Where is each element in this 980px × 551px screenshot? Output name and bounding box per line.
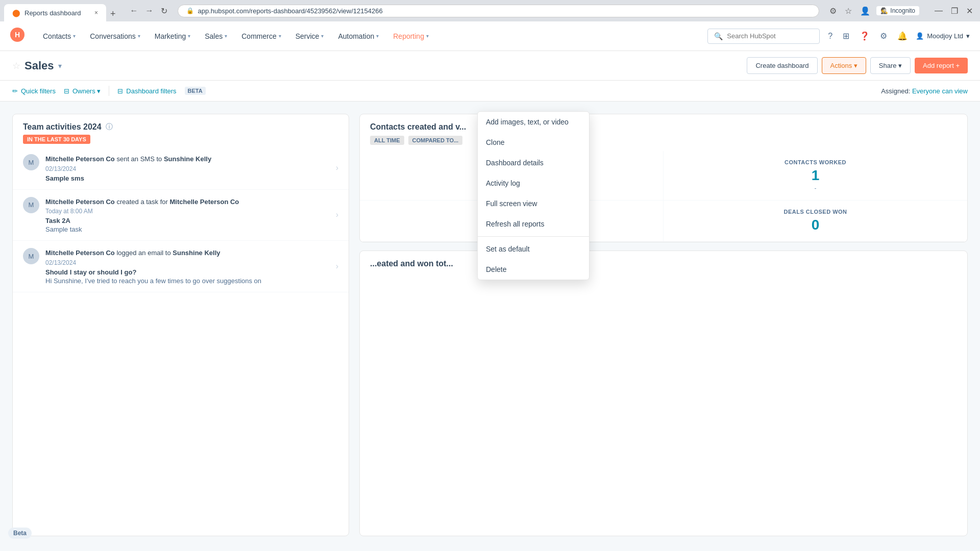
dropdown-item-clone[interactable]: Clone: [478, 132, 589, 153]
time-badge-30-days: IN THE LAST 30 DAYS: [23, 135, 90, 144]
browser-tabs: ⬤ Reports dashboard × +: [4, 0, 120, 21]
stat-value: 0: [674, 217, 957, 233]
nav-conversations-label: Conversations: [90, 32, 136, 40]
close-button[interactable]: ✕: [963, 5, 976, 17]
browser-navigation: ← → ↻: [124, 4, 174, 18]
chevron-down-icon: ▾: [225, 33, 227, 39]
help-button[interactable]: ?: [826, 30, 835, 43]
stat-value: 1: [674, 167, 957, 184]
chevron-down-icon: ▾: [73, 33, 76, 39]
filter-icon: ⊟: [117, 87, 123, 95]
incognito-label: Incognito: [890, 7, 915, 14]
add-report-button[interactable]: Add report +: [915, 58, 968, 73]
dropdown-item-set-default[interactable]: Set as default: [478, 239, 589, 259]
user-menu[interactable]: 👤 Moodjoy Ltd ▾: [916, 32, 970, 40]
page-title-area: ☆ Sales ▾: [12, 59, 62, 72]
activity-person: Mitchelle Peterson Co: [45, 198, 115, 206]
dashboard-filters-button[interactable]: ⊟ Dashboard filters: [117, 87, 176, 95]
actions-button[interactable]: Actions ▾: [822, 57, 866, 74]
maximize-button[interactable]: ❐: [948, 5, 961, 17]
extensions-button[interactable]: ⚙: [827, 4, 839, 18]
search-icon: 🔍: [714, 32, 723, 40]
minimize-button[interactable]: —: [932, 5, 946, 17]
incognito-badge: 🕵 Incognito: [876, 6, 919, 15]
nav-commerce-label: Commerce: [241, 32, 276, 40]
help2-button[interactable]: ❓: [857, 29, 872, 43]
dropdown-item-activity-log[interactable]: Activity log: [478, 173, 589, 193]
quick-filters-button[interactable]: ✏ Quick filters: [12, 87, 56, 95]
avatar: M: [23, 248, 39, 264]
actions-dropdown-menu: Add images, text, or video Clone Dashboa…: [477, 111, 590, 280]
contacts-won-title: ...eated and won tot...: [370, 259, 453, 268]
activity-item[interactable]: M Mitchelle Peterson Co sent an SMS to S…: [13, 147, 349, 190]
profile-button[interactable]: 👤: [858, 4, 872, 18]
contacts-created-card: Contacts created and v... ALL TIME COMPA…: [359, 114, 968, 242]
tab-close-button[interactable]: ×: [94, 9, 98, 16]
new-tab-button[interactable]: +: [106, 7, 120, 21]
chevron-down-icon: ▾: [138, 33, 140, 39]
beta-floating-button[interactable]: Beta: [8, 528, 32, 539]
nav-item-conversations[interactable]: Conversations ▾: [84, 28, 146, 44]
dropdown-item-refresh[interactable]: Refresh all reports: [478, 214, 589, 234]
nav-item-service[interactable]: Service ▾: [289, 28, 330, 44]
search-box[interactable]: 🔍: [707, 29, 820, 44]
tab-title: Reports dashboard: [24, 9, 81, 17]
avatar: M: [23, 154, 39, 170]
chevron-right-icon: ›: [336, 262, 338, 271]
activity-person: Mitchelle Peterson Co: [45, 155, 115, 163]
chevron-down-icon: ▾: [279, 33, 281, 39]
create-dashboard-button[interactable]: Create dashboard: [747, 57, 817, 74]
back-button[interactable]: ←: [128, 4, 140, 17]
owners-filter-button[interactable]: ⊟ Owners ▾: [64, 87, 101, 95]
page-title: Sales: [24, 59, 54, 72]
favorite-star-icon[interactable]: ☆: [12, 60, 20, 71]
nav-item-marketing[interactable]: Marketing ▾: [149, 28, 197, 44]
activity-date: Today at 8:00 AM: [45, 208, 330, 215]
filters-bar: ✏ Quick filters ⊟ Owners ▾ ⊟ Dashboard f…: [0, 81, 980, 102]
nav-marketing-label: Marketing: [155, 32, 186, 40]
nav-item-sales[interactable]: Sales ▾: [199, 28, 233, 44]
svg-text:H: H: [15, 31, 20, 39]
dropdown-divider: [478, 236, 589, 237]
team-activities-title: Team activities 2024: [23, 122, 102, 132]
nav-item-commerce[interactable]: Commerce ▾: [235, 28, 287, 44]
address-bar[interactable]: 🔒 app.hubspot.com/reports-dashboard/4523…: [178, 5, 820, 17]
nav-service-label: Service: [296, 32, 320, 40]
refresh-button[interactable]: ↻: [159, 4, 169, 18]
contacts-won-card: ...eated and won tot...: [359, 251, 968, 536]
nav-item-reporting[interactable]: Reporting ▾: [387, 28, 435, 44]
user-avatar-icon: 👤: [916, 32, 924, 40]
activity-target: Mitchelle Peterson Co: [170, 198, 239, 206]
notifications-button[interactable]: 🔔: [895, 29, 910, 43]
activity-action: created a task for: [116, 198, 169, 206]
activity-item[interactable]: M Mitchelle Peterson Co created a task f…: [13, 190, 349, 241]
user-name: Moodjoy Ltd: [927, 32, 963, 40]
settings-button[interactable]: ⚙: [878, 29, 889, 43]
title-chevron-icon[interactable]: ▾: [58, 62, 62, 70]
everyone-can-view-link[interactable]: Everyone can view: [912, 87, 968, 95]
tab-favicon: ⬤: [12, 9, 20, 17]
nav-item-automation[interactable]: Automation ▾: [332, 28, 385, 44]
bookmark-button[interactable]: ☆: [843, 4, 854, 18]
nav-item-contacts[interactable]: Contacts ▾: [37, 28, 82, 44]
dropdown-item-add-images[interactable]: Add images, text, or video: [478, 112, 589, 132]
forward-button[interactable]: →: [143, 4, 156, 17]
dropdown-item-dashboard-details[interactable]: Dashboard details: [478, 153, 589, 173]
avatar: M: [23, 197, 39, 213]
active-tab[interactable]: ⬤ Reports dashboard ×: [4, 4, 106, 21]
dropdown-item-full-screen[interactable]: Full screen view: [478, 193, 589, 214]
all-time-badge: ALL TIME: [370, 136, 404, 145]
search-input[interactable]: [727, 32, 813, 40]
apps-button[interactable]: ⊞: [841, 29, 851, 43]
hubspot-logo[interactable]: H: [10, 28, 24, 45]
incognito-icon: 🕵: [880, 7, 888, 14]
activity-text: Mitchelle Peterson Co created a task for…: [45, 197, 330, 207]
stat-label: DEALS CLOSED WON: [674, 209, 957, 215]
dropdown-item-delete[interactable]: Delete: [478, 259, 589, 280]
lock-icon: 🔒: [186, 7, 194, 14]
share-button[interactable]: Share ▾: [870, 57, 911, 74]
activity-item[interactable]: M Mitchelle Peterson Co logged an email …: [13, 241, 349, 292]
info-icon[interactable]: ⓘ: [106, 122, 113, 132]
chevron-down-icon: ▾: [376, 33, 379, 39]
activity-target: Sunshine Kelly: [173, 249, 220, 257]
